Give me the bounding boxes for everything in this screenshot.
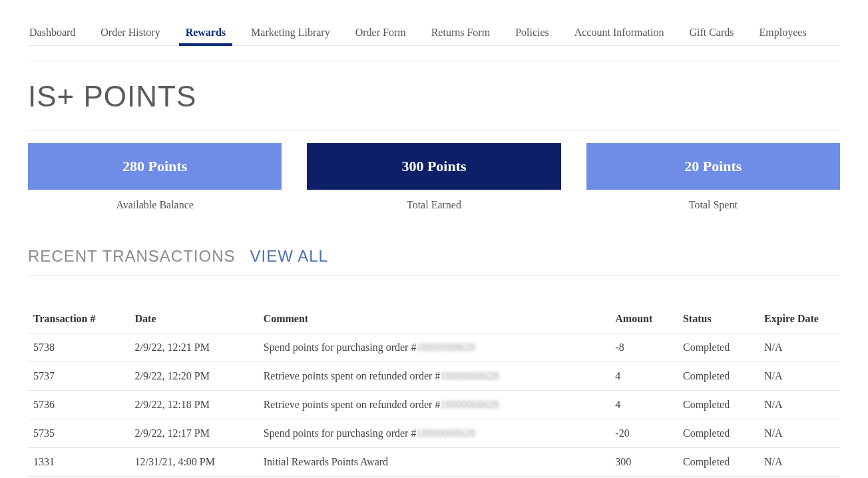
comment-prefix: Spend points for purchasing order #: [264, 342, 417, 353]
table-row: 5738 2/9/22, 12:21 PM Spend points for p…: [28, 334, 840, 362]
card-earned-caption: Total Earned: [407, 199, 461, 211]
page-root: Dashboard Order History Rewards Marketin…: [0, 0, 868, 478]
card-spent-caption: Total Spent: [689, 199, 738, 211]
comment-prefix: Retrieve points spent on refunded order …: [264, 399, 441, 410]
comment-prefix: Spend points for purchasing order #: [264, 427, 417, 439]
th-comment: Comment: [258, 305, 610, 334]
tab-order-form[interactable]: Order Form: [354, 20, 407, 45]
card-available-value: 280 Points: [28, 143, 282, 190]
th-amount: Amount: [610, 305, 678, 334]
cell-amount: 4: [610, 362, 678, 391]
cell-status: Completed: [678, 362, 759, 391]
th-expire: Expire Date: [759, 305, 840, 334]
comment-masked: 18000068628: [416, 427, 475, 439]
comment-prefix: Initial Rewards Points Award: [264, 456, 388, 467]
th-transaction: Transaction #: [28, 305, 130, 334]
page-title: IS+ POINTS: [28, 80, 840, 113]
card-spent-value: 20 Points: [586, 143, 840, 190]
cell-comment: Initial Rewards Points Award: [258, 448, 610, 477]
cell-date: 2/9/22, 12:18 PM: [130, 391, 258, 419]
cell-tx: 5737: [28, 362, 130, 391]
cell-date: 2/9/22, 12:21 PM: [130, 334, 258, 362]
cell-status: Completed: [678, 391, 759, 419]
cell-expire: N/A: [759, 448, 840, 477]
table-row: 5736 2/9/22, 12:18 PM Retrieve points sp…: [28, 391, 840, 419]
cell-amount: -8: [610, 334, 678, 362]
points-summary: 280 Points Available Balance 300 Points …: [28, 130, 840, 211]
th-date: Date: [130, 305, 258, 334]
transactions-table: Transaction # Date Comment Amount Status…: [28, 305, 840, 477]
cell-comment: Retrieve points spent on refunded order …: [258, 391, 610, 419]
comment-masked: 18000068628: [416, 342, 475, 353]
cell-amount: 300: [610, 448, 678, 477]
cell-comment: Spend points for purchasing order #18000…: [258, 419, 610, 448]
card-spent: 20 Points Total Spent: [586, 143, 840, 211]
tab-dashboard[interactable]: Dashboard: [28, 20, 77, 45]
divider: [28, 61, 840, 61]
table-header-row: Transaction # Date Comment Amount Status…: [28, 305, 840, 334]
cell-status: Completed: [678, 419, 759, 448]
cell-date: 2/9/22, 12:20 PM: [130, 362, 258, 391]
cell-expire: N/A: [759, 362, 840, 391]
comment-masked: 18000068628: [440, 399, 499, 410]
comment-masked: 18000068628: [440, 370, 499, 381]
cell-tx: 5736: [28, 391, 130, 419]
tab-order-history[interactable]: Order History: [99, 20, 161, 45]
table-row: 5735 2/9/22, 12:17 PM Spend points for p…: [28, 419, 840, 448]
section-title: RECENT TRANSACTIONS: [28, 247, 236, 266]
cell-amount: -20: [610, 419, 678, 448]
card-earned-value: 300 Points: [307, 143, 560, 190]
tab-gift-cards[interactable]: Gift Cards: [688, 20, 735, 45]
tab-returns-form[interactable]: Returns Form: [430, 20, 491, 45]
cell-tx: 1331: [28, 448, 130, 477]
cell-tx: 5735: [28, 419, 130, 448]
cell-date: 2/9/22, 12:17 PM: [130, 419, 258, 448]
cell-comment: Retrieve points spent on refunded order …: [258, 362, 610, 391]
cell-status: Completed: [678, 334, 759, 362]
th-status: Status: [678, 305, 759, 334]
tab-rewards[interactable]: Rewards: [184, 20, 227, 45]
card-available: 280 Points Available Balance: [28, 143, 282, 211]
cell-status: Completed: [678, 448, 759, 477]
card-available-caption: Available Balance: [116, 199, 194, 211]
cell-expire: N/A: [759, 334, 840, 362]
cell-comment: Spend points for purchasing order #18000…: [258, 334, 610, 362]
table-row: 1331 12/31/21, 4:00 PM Initial Rewards P…: [28, 448, 840, 477]
tab-employees[interactable]: Employees: [758, 20, 808, 45]
comment-prefix: Retrieve points spent on refunded order …: [264, 370, 441, 381]
tab-account-information[interactable]: Account Information: [573, 20, 666, 45]
view-all-link[interactable]: VIEW ALL: [250, 247, 328, 266]
section-header: RECENT TRANSACTIONS VIEW ALL: [28, 247, 840, 276]
cell-tx: 5738: [28, 334, 130, 362]
table-row: 5737 2/9/22, 12:20 PM Retrieve points sp…: [28, 362, 840, 391]
main-tabs: Dashboard Order History Rewards Marketin…: [28, 0, 840, 46]
cell-date: 12/31/21, 4:00 PM: [130, 448, 258, 477]
tab-marketing-library[interactable]: Marketing Library: [250, 20, 331, 45]
cell-expire: N/A: [759, 391, 840, 419]
cell-amount: 4: [610, 391, 678, 419]
card-earned: 300 Points Total Earned: [307, 143, 560, 211]
cell-expire: N/A: [759, 419, 840, 448]
tab-policies[interactable]: Policies: [514, 20, 550, 45]
